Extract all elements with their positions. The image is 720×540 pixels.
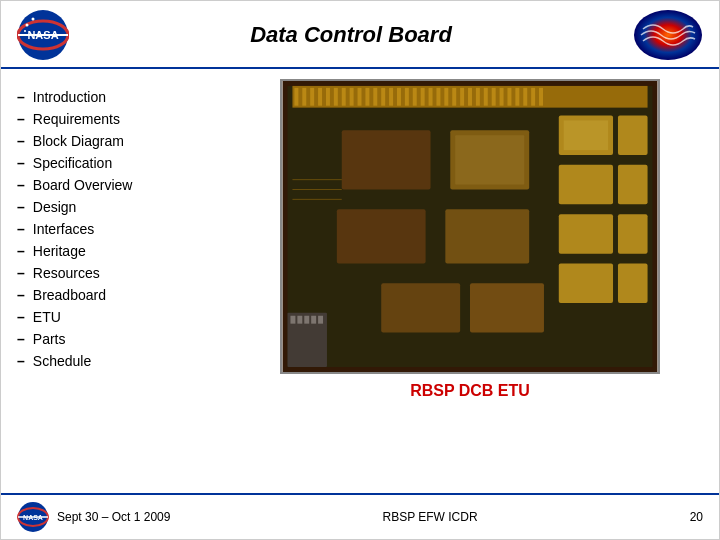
svg-rect-68 [283,81,658,372]
pcb-board-image [280,79,660,374]
bullet-item: –Schedule [17,351,217,371]
bullet-text: ETU [33,309,61,325]
bullet-text: Breadboard [33,287,106,303]
svg-point-4 [26,24,29,27]
bullet-item: –ETU [17,307,217,327]
bullet-dash: – [17,221,25,237]
page-title: Data Control Board [69,22,633,48]
svg-text:NASA: NASA [27,29,58,41]
bullet-text: Schedule [33,353,91,369]
svg-point-5 [32,18,35,21]
bullet-dash: – [17,265,25,281]
bullet-dash: – [17,287,25,303]
bullet-dash: – [17,309,25,325]
svg-text:NASA: NASA [23,514,43,521]
image-caption: RBSP DCB ETU [410,382,530,400]
bullet-text: Block Diagram [33,133,124,149]
bullet-dash: – [17,199,25,215]
bullet-item: –Resources [17,263,217,283]
bullet-item: –Breadboard [17,285,217,305]
bullet-item: –Heritage [17,241,217,261]
bullet-dash: – [17,111,25,127]
bullet-dash: – [17,133,25,149]
right-logo-icon [633,9,703,61]
footer-page-number: 20 [690,510,703,524]
header: NASA Data Control Board [1,1,719,69]
bullet-text: Requirements [33,111,120,127]
bullet-item: –Board Overview [17,175,217,195]
bullet-text: Specification [33,155,112,171]
bullet-dash: – [17,89,25,105]
footer-nasa-logo-icon: NASA [17,501,49,533]
image-area: RBSP DCB ETU [237,79,703,487]
bullet-list: –Introduction–Requirements–Block Diagram… [17,79,217,487]
bullet-item: –Design [17,197,217,217]
footer: NASA Sept 30 – Oct 1 2009 RBSP EFW ICDR … [1,493,719,539]
nasa-logo-icon: NASA [17,9,69,61]
bullet-dash: – [17,155,25,171]
slide: NASA Data Control Board [0,0,720,540]
bullet-item: –Block Diagram [17,131,217,151]
bullet-dash: – [17,331,25,347]
footer-date: Sept 30 – Oct 1 2009 [57,510,170,524]
bullet-text: Parts [33,331,66,347]
bullet-dash: – [17,243,25,259]
bullet-item: –Introduction [17,87,217,107]
bullet-text: Design [33,199,77,215]
bullet-item: –Specification [17,153,217,173]
bullet-item: –Requirements [17,109,217,129]
footer-left: NASA Sept 30 – Oct 1 2009 [17,501,170,533]
main-content: –Introduction–Requirements–Block Diagram… [1,69,719,493]
bullet-text: Introduction [33,89,106,105]
bullet-item: –Parts [17,329,217,349]
bullet-dash: – [17,353,25,369]
svg-point-6 [24,30,26,32]
svg-point-7 [634,10,702,60]
footer-center-text: RBSP EFW ICDR [382,510,477,524]
bullet-dash: – [17,177,25,193]
bullet-text: Resources [33,265,100,281]
bullet-text: Interfaces [33,221,94,237]
bullet-item: –Interfaces [17,219,217,239]
bullet-text: Board Overview [33,177,133,193]
bullet-text: Heritage [33,243,86,259]
